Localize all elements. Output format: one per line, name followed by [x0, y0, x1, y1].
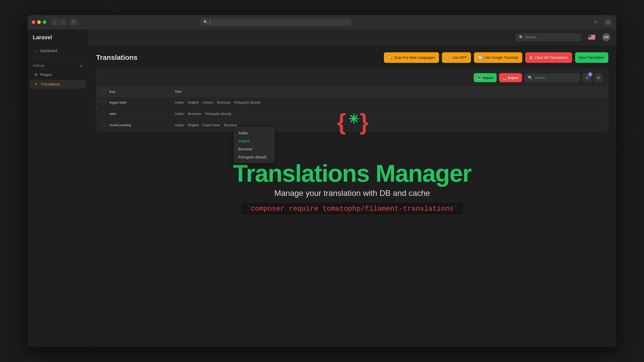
text-column-header: Text — [175, 90, 603, 94]
global-search-box[interactable]: 🔍 Search — [516, 33, 581, 41]
columns-icon: ⊞ — [597, 76, 600, 80]
forward-button[interactable]: › — [59, 19, 66, 26]
table-toolbar: 📥 Import 📤 Export 🔍 Search ⚙ — [96, 69, 608, 86]
row-key: trigger.label — [109, 101, 175, 104]
app-layout: Laravel ⌂ Dashboard Settings ▲ ⧉ Plugins… — [28, 29, 616, 347]
url-cursor — [210, 20, 210, 24]
window-mode-button[interactable]: ⧉ — [604, 19, 612, 26]
dropdown-item-english[interactable]: English — [234, 137, 274, 145]
trash-icon: 🗑 — [529, 56, 533, 60]
row-checkbox-cell — [101, 112, 109, 116]
home-icon: ⌂ — [35, 49, 37, 53]
select-all-checkbox[interactable] — [101, 89, 105, 94]
gpt-icon: 🔗 — [446, 56, 450, 60]
svg-rect-12 — [588, 39, 595, 39]
minimize-button[interactable] — [37, 20, 41, 24]
text-english: English — [188, 123, 199, 127]
back-button[interactable]: ‹ — [51, 19, 58, 26]
row-checkbox[interactable] — [101, 100, 105, 104]
dropdown-item-burmese[interactable]: Burmese — [234, 145, 274, 153]
clear-label: Clear All Translations — [535, 56, 568, 60]
sidebar-item-translations[interactable]: ✦ Translations — [30, 80, 86, 89]
user-avatar[interactable]: FM — [602, 33, 610, 41]
brand-title: Translations Manager — [233, 161, 471, 186]
svg-rect-14 — [588, 35, 591, 37]
text-portuguese: Português (Brasil) — [205, 112, 231, 116]
brand-subtitle: Manage your translation with DB and cach… — [233, 189, 471, 198]
key-header-label: Key — [109, 90, 115, 94]
import-label: Import — [483, 76, 493, 80]
sidebar-toggle-icon — [72, 21, 77, 24]
row-text: Arabic Burmese Português (Brasil) — [175, 112, 603, 116]
svg-rect-13 — [588, 39, 595, 40]
text-export: Export label — [203, 123, 220, 127]
titlebar: ‹ › 🔍 ↻ ⧉ — [28, 15, 616, 29]
row-key: label — [109, 112, 175, 116]
dropdown-item-portuguese[interactable]: Português (Brasil) — [234, 153, 274, 161]
reload-button[interactable]: ↻ — [592, 19, 599, 26]
settings-collapse-icon[interactable]: ▲ — [80, 64, 83, 67]
text-arabic: Arabic — [175, 112, 184, 116]
row-checkbox[interactable] — [101, 112, 105, 116]
svg-rect-8 — [588, 37, 595, 38]
app-logo: Laravel — [28, 34, 88, 46]
scan-icon: 🔍 — [388, 56, 392, 60]
us-flag-icon — [588, 35, 595, 40]
close-button[interactable] — [32, 20, 35, 24]
url-bar[interactable]: 🔍 — [200, 18, 351, 26]
search-input-icon: 🔍 — [519, 35, 523, 39]
scan-label: Scan For New Languages — [394, 56, 435, 60]
row-text: Arabic English Actions Burmese Português… — [175, 101, 603, 104]
sidebar-toggle-button[interactable] — [70, 19, 78, 26]
row-checkbox[interactable] — [101, 123, 105, 127]
row-key: model.heading — [109, 123, 175, 127]
maximize-button[interactable] — [43, 20, 46, 24]
header-checkbox-cell — [101, 89, 109, 94]
dropdown-item-arabic[interactable]: Arabic — [234, 129, 274, 137]
sidebar-settings-section: Settings ▲ — [28, 60, 88, 69]
traffic-lights — [32, 20, 46, 24]
key-column-header[interactable]: Key ⌄ — [109, 90, 175, 94]
search-icon: 🔍 — [204, 20, 208, 24]
table-row[interactable]: trigger.label Arabic English Actions Bur… — [96, 97, 608, 108]
export-button[interactable]: 📤 Export — [499, 73, 522, 82]
language-dropdown: Arabic English Burmese Português (Brasil… — [234, 127, 274, 163]
new-translation-button[interactable]: New Translation — [575, 52, 608, 63]
language-flag-button[interactable] — [587, 34, 596, 41]
row-text: Arabic English Export label Burmese — [175, 123, 603, 127]
row-checkbox-cell — [101, 100, 109, 104]
use-gpt-button[interactable]: 🔗 Use GPT — [442, 52, 471, 63]
table-search-icon: 🔍 — [528, 75, 533, 80]
scan-languages-button[interactable]: 🔍 Scan For New Languages — [384, 52, 439, 63]
brand-logo-icon: { } ✳ — [335, 107, 370, 137]
sidebar-item-dashboard[interactable]: ⌂ Dashboard — [30, 46, 86, 55]
export-label: Export — [508, 76, 518, 80]
plugins-icon: ⧉ — [35, 72, 37, 77]
page-header: Translations 🔍 Scan For New Languages 🔗 … — [96, 52, 608, 63]
columns-button[interactable]: ⊞ — [594, 73, 603, 82]
row-checkbox-cell — [101, 123, 109, 127]
export-icon: 📤 — [503, 76, 507, 80]
svg-text:}: } — [360, 109, 369, 134]
translations-icon: ✦ — [35, 82, 38, 86]
svg-rect-10 — [588, 38, 595, 38]
table-search-box[interactable]: 🔍 Search — [525, 74, 580, 82]
sidebar-item-label: Dashboard — [40, 49, 57, 53]
text-burmese: Burmese — [217, 101, 230, 104]
filter-button[interactable]: ⚙ 0 — [582, 73, 591, 82]
google-icon: 🔄 — [478, 56, 482, 60]
text-arabic: Arabic — [175, 101, 184, 104]
use-google-translate-button[interactable]: 🔄 Use Google Translate — [474, 52, 522, 63]
nav-buttons: ‹ › — [51, 19, 66, 26]
google-label: Use Google Translate — [484, 56, 518, 60]
clear-all-button[interactable]: 🗑 Clear All Translations — [525, 52, 572, 63]
sort-icon: ⌄ — [116, 90, 119, 93]
text-actions: Actions — [203, 101, 213, 104]
brand-command: `composer require tomatophp/filament-tra… — [242, 203, 463, 215]
import-button[interactable]: 📥 Import — [474, 73, 496, 82]
svg-rect-9 — [588, 38, 595, 38]
sidebar-item-plugins[interactable]: ⧉ Plugins — [30, 70, 86, 79]
filter-badge: 0 — [588, 72, 592, 77]
sidebar-divider — [28, 57, 88, 58]
main-topbar: 🔍 Search — [88, 29, 616, 45]
